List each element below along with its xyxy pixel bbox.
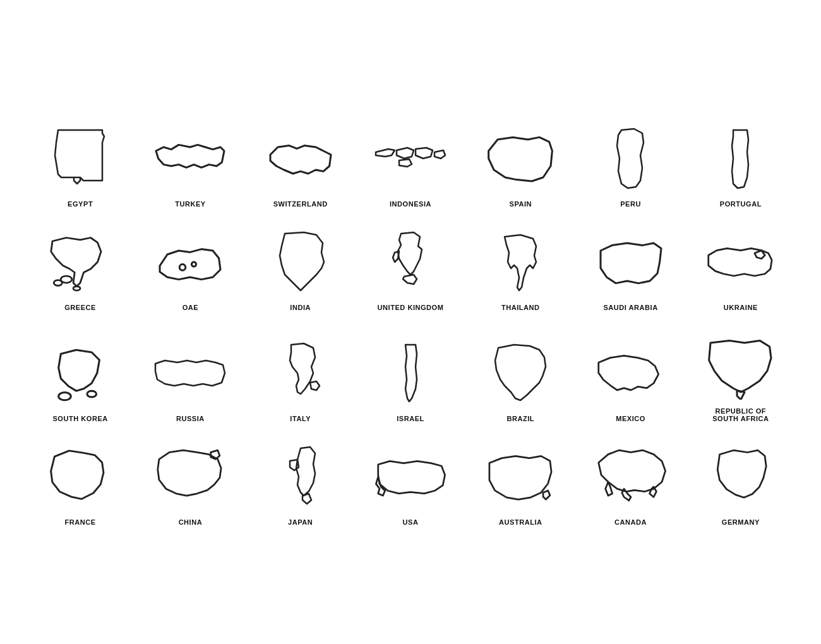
svg-point-4: [192, 262, 196, 266]
country-uk: UNITED KINGDOM: [356, 218, 465, 315]
country-southkorea: SOUTH KOREA: [25, 321, 135, 426]
indonesia-label: INDONESIA: [390, 200, 431, 208]
country-mexico: MEXICO: [575, 321, 685, 426]
thailand-label: THAILAND: [501, 304, 540, 311]
country-switzerland: SWITZERLAND: [246, 114, 356, 212]
southafrica-label: REPUBLIC OF SOUTH AFRICA: [712, 407, 769, 422]
country-thailand: THAILAND: [465, 218, 575, 315]
switzerland-label: SWITZERLAND: [273, 200, 328, 208]
japan-label: JAPAN: [288, 518, 313, 526]
country-germany: GERMANY: [686, 432, 796, 530]
israel-label: ISRAEL: [397, 415, 424, 422]
brazil-label: BRAZIL: [506, 415, 534, 422]
country-israel: ISRAEL: [356, 321, 465, 426]
india-label: INDIA: [290, 304, 311, 311]
country-brazil: BRAZIL: [465, 321, 575, 426]
italy-label: ITALY: [290, 415, 311, 422]
country-china: CHINA: [135, 432, 245, 530]
country-japan: JAPAN: [246, 432, 356, 530]
country-russia: RUSSIA: [135, 321, 245, 426]
country-france: FRANCE: [25, 432, 135, 530]
saudi-label: SAUDI ARABIA: [603, 304, 657, 311]
country-usa: USA: [356, 432, 465, 530]
china-label: CHINA: [179, 518, 203, 526]
country-greece: GREECE: [25, 218, 135, 315]
country-oae: OAE: [135, 218, 245, 315]
country-canada: CANADA: [575, 432, 685, 530]
turkey-label: TURKEY: [175, 200, 206, 208]
russia-label: RUSSIA: [176, 415, 205, 422]
country-spain: SPAIN: [465, 114, 575, 212]
canada-label: CANADA: [614, 518, 647, 526]
peru-label: PERU: [620, 200, 641, 208]
country-saudi: SAUDI ARABIA: [575, 218, 685, 315]
germany-label: GERMANY: [722, 518, 760, 526]
ukraine-label: UKRAINE: [724, 304, 758, 311]
country-italy: ITALY: [246, 321, 356, 426]
usa-label: USA: [403, 518, 419, 526]
portugal-label: PORTUGAL: [720, 200, 762, 208]
svg-point-5: [59, 393, 71, 400]
oae-label: OAE: [183, 304, 199, 311]
australia-label: AUSTRALIA: [499, 518, 542, 526]
egypt-label: EGYPT: [68, 200, 93, 208]
greece-label: GREECE: [64, 304, 96, 311]
svg-point-3: [180, 265, 186, 271]
country-southafrica: REPUBLIC OF SOUTH AFRICA: [686, 321, 796, 426]
svg-point-1: [54, 280, 62, 286]
uk-label: UNITED KINGDOM: [378, 304, 444, 311]
country-australia: AUSTRALIA: [465, 432, 575, 530]
france-label: FRANCE: [65, 518, 96, 526]
svg-point-6: [87, 391, 97, 397]
mexico-label: MEXICO: [616, 415, 645, 422]
country-india: INDIA: [246, 218, 356, 315]
country-turkey: TURKEY: [135, 114, 245, 212]
spain-label: SPAIN: [510, 200, 532, 208]
southkorea-label: SOUTH KOREA: [52, 415, 107, 422]
country-egypt: EGYPT: [25, 114, 135, 212]
countries-grid: EGYPT TURKEY SWITZERLAND: [0, 95, 821, 549]
country-ukraine: UKRAINE: [686, 218, 796, 315]
country-indonesia: INDONESIA: [356, 114, 465, 212]
country-portugal: PORTUGAL: [686, 114, 796, 212]
country-peru: PERU: [575, 114, 685, 212]
svg-point-2: [73, 287, 80, 291]
